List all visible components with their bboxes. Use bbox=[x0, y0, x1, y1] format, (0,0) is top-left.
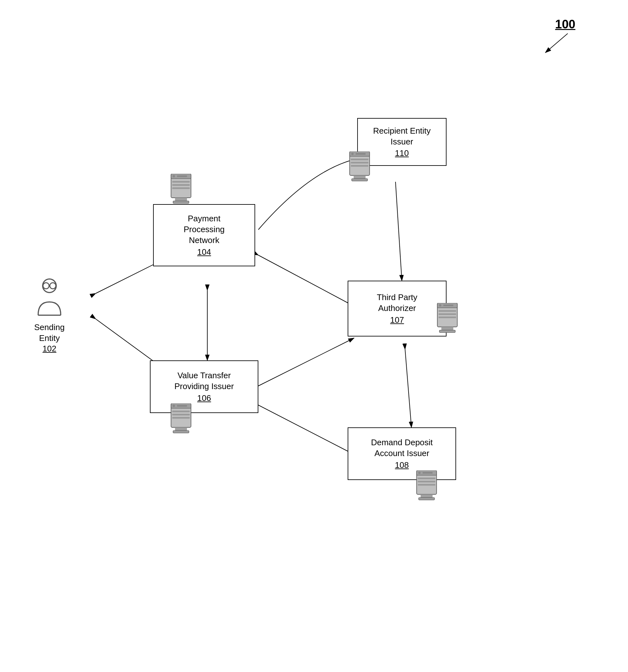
sending-entity-label: SendingEntity bbox=[34, 322, 65, 343]
svg-rect-26 bbox=[172, 188, 190, 189]
value-transfer-server bbox=[169, 404, 193, 435]
svg-rect-55 bbox=[422, 472, 433, 474]
svg-line-2 bbox=[546, 33, 568, 53]
svg-point-54 bbox=[418, 472, 421, 474]
sending-entity-box: SendingEntity 102 bbox=[19, 322, 80, 354]
svg-rect-57 bbox=[418, 481, 435, 483]
third-party-label: Third PartyAuthorizer bbox=[377, 292, 417, 314]
demand-deposit-ref: 108 bbox=[395, 460, 409, 470]
svg-rect-42 bbox=[439, 330, 455, 333]
svg-rect-50 bbox=[175, 427, 187, 431]
diagram-container: 100 bbox=[0, 0, 628, 672]
svg-point-13 bbox=[351, 153, 354, 155]
sending-entity-person bbox=[29, 278, 70, 319]
recipient-entity-ref: 110 bbox=[395, 148, 409, 158]
svg-point-22 bbox=[173, 175, 175, 178]
svg-rect-16 bbox=[351, 162, 368, 164]
svg-rect-58 bbox=[418, 484, 435, 486]
payment-processing-box: PaymentProcessingNetwork 104 bbox=[153, 204, 255, 266]
svg-rect-46 bbox=[177, 405, 187, 407]
value-transfer-label: Value TransferProviding Issuer bbox=[174, 370, 234, 392]
svg-rect-39 bbox=[438, 313, 456, 315]
svg-rect-23 bbox=[177, 175, 187, 177]
demand-deposit-label: Demand DepositAccount Issuer bbox=[371, 437, 433, 459]
svg-rect-41 bbox=[441, 327, 454, 330]
svg-rect-25 bbox=[172, 184, 190, 186]
svg-rect-47 bbox=[172, 411, 190, 412]
svg-rect-37 bbox=[443, 305, 453, 306]
svg-rect-27 bbox=[175, 198, 187, 201]
third-party-box: Third PartyAuthorizer 107 bbox=[348, 281, 446, 336]
svg-rect-60 bbox=[419, 498, 435, 500]
third-party-ref: 107 bbox=[390, 315, 404, 325]
svg-rect-38 bbox=[438, 310, 456, 312]
sending-entity-ref: 102 bbox=[43, 344, 56, 353]
svg-rect-28 bbox=[173, 201, 189, 203]
svg-point-45 bbox=[173, 405, 175, 407]
svg-rect-15 bbox=[351, 159, 368, 161]
value-transfer-box: Value TransferProviding Issuer 106 bbox=[150, 360, 258, 413]
svg-rect-24 bbox=[172, 181, 190, 183]
svg-rect-48 bbox=[172, 414, 190, 415]
value-transfer-ref: 106 bbox=[197, 393, 211, 403]
svg-point-36 bbox=[439, 304, 441, 307]
payment-processing-server bbox=[169, 174, 193, 206]
svg-line-7 bbox=[258, 338, 354, 386]
svg-line-5 bbox=[258, 255, 354, 306]
payment-processing-label: PaymentProcessingNetwork bbox=[184, 213, 225, 246]
third-party-server bbox=[435, 303, 459, 335]
svg-line-9 bbox=[258, 405, 357, 456]
svg-rect-19 bbox=[352, 178, 368, 181]
recipient-entity-server bbox=[348, 151, 371, 184]
ref-100-label: 100 bbox=[555, 18, 575, 31]
svg-rect-51 bbox=[173, 431, 189, 433]
svg-rect-18 bbox=[354, 175, 366, 178]
payment-processing-ref: 104 bbox=[197, 247, 211, 257]
svg-rect-59 bbox=[421, 494, 433, 498]
demand-deposit-server bbox=[415, 471, 438, 502]
svg-rect-56 bbox=[418, 478, 435, 479]
svg-line-8 bbox=[405, 349, 411, 427]
svg-line-10 bbox=[395, 182, 402, 281]
svg-rect-40 bbox=[438, 317, 456, 318]
arrows-svg bbox=[0, 0, 628, 672]
svg-point-30 bbox=[43, 283, 49, 289]
svg-rect-17 bbox=[351, 165, 368, 167]
recipient-entity-label: Recipient Entity Issuer bbox=[363, 126, 441, 147]
svg-rect-49 bbox=[172, 417, 190, 419]
demand-deposit-box: Demand DepositAccount Issuer 108 bbox=[348, 427, 456, 480]
svg-point-31 bbox=[50, 283, 56, 289]
svg-rect-14 bbox=[356, 153, 365, 155]
